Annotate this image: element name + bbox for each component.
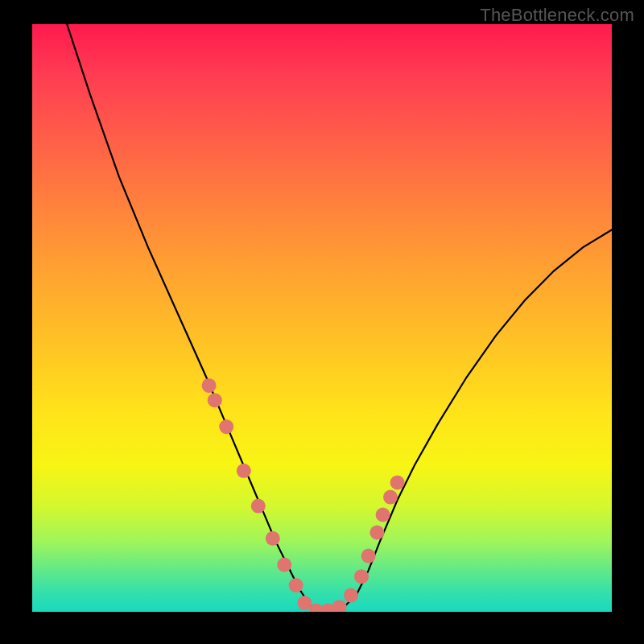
watermark-text: TheBottleneck.com <box>480 5 634 26</box>
highlight-dot <box>289 578 303 592</box>
highlight-dot <box>202 378 217 393</box>
highlight-dot <box>383 490 398 505</box>
highlight-dot <box>361 549 376 564</box>
highlight-dot <box>390 475 405 489</box>
highlight-dot <box>369 526 384 540</box>
highlight-dot <box>277 558 291 572</box>
curve-svg <box>32 24 612 612</box>
highlight-dot <box>237 464 251 478</box>
highlight-dot <box>344 588 358 603</box>
bottleneck-curve <box>67 24 612 612</box>
highlight-dot <box>219 419 233 434</box>
highlight-dot <box>251 499 266 514</box>
highlight-dot <box>208 393 222 407</box>
highlight-dot <box>266 531 280 546</box>
highlight-dot <box>332 600 347 612</box>
chart-frame: TheBottleneck.com <box>0 0 644 644</box>
highlight-dots <box>202 378 405 612</box>
plot-area <box>32 24 612 612</box>
highlight-dot <box>354 569 369 584</box>
highlight-dot <box>376 508 390 522</box>
